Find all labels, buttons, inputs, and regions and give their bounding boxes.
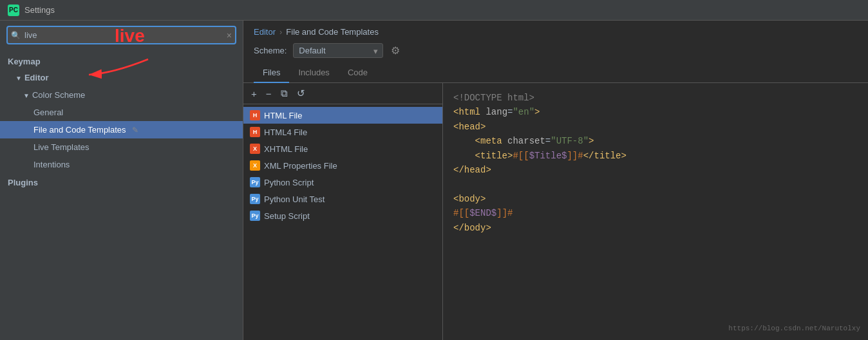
scheme-label: Scheme: bbox=[254, 46, 287, 55]
add-template-button[interactable]: + bbox=[249, 87, 259, 100]
file-item-html4[interactable]: H HTML4 File bbox=[243, 124, 442, 140]
code-line-6: </head> bbox=[453, 163, 858, 177]
file-item-setup-script[interactable]: Py Setup Script bbox=[243, 207, 442, 224]
code-line-7 bbox=[453, 177, 858, 191]
code-line-1: <!DOCTYPE html> bbox=[453, 91, 858, 105]
xml-file-icon: X bbox=[250, 160, 260, 171]
code-line-3: <head> bbox=[453, 120, 858, 134]
code-line-8: <body> bbox=[453, 192, 858, 206]
copy-template-button[interactable]: ⧉ bbox=[278, 86, 290, 100]
sidebar-item-intentions[interactable]: Intentions bbox=[0, 156, 243, 173]
title-bar: PC Settings bbox=[0, 0, 868, 21]
right-panel: Editor › File and Code Templates Scheme:… bbox=[243, 21, 868, 340]
watermark: https://blog.csdn.net/Narutolxy bbox=[728, 323, 860, 335]
file-item-label: HTML4 File bbox=[264, 128, 307, 137]
code-line-10: </body> bbox=[453, 221, 858, 235]
py-script-icon: Py bbox=[250, 177, 260, 187]
file-list-toolbar: + − ⧉ ↺ bbox=[243, 83, 442, 104]
scheme-select[interactable]: Default Project bbox=[293, 43, 383, 58]
xhtml-file-icon: X bbox=[250, 144, 260, 154]
sidebar-item-general[interactable]: General bbox=[0, 104, 243, 121]
code-line-9: #[[$END$]]# bbox=[453, 206, 858, 220]
file-item-label: Python Unit Test bbox=[264, 194, 325, 204]
search-box: 🔍 × bbox=[6, 26, 236, 44]
gear-button[interactable]: ⚙ bbox=[390, 43, 401, 58]
sidebar-item-editor[interactable]: ▼Editor bbox=[0, 69, 243, 86]
file-item-label: Setup Script bbox=[264, 211, 310, 221]
search-clear-icon[interactable]: × bbox=[227, 30, 232, 41]
file-item-python-unit-test[interactable]: Py Python Unit Test bbox=[243, 191, 442, 207]
edit-icon: ✎ bbox=[132, 126, 138, 135]
file-item-xhtml[interactable]: X XHTML File bbox=[243, 140, 442, 157]
file-list: H HTML File H HTML4 File X XHTML File X … bbox=[243, 104, 442, 340]
tabs-row: Files Includes Code bbox=[243, 63, 868, 83]
code-line-4: <meta charset="UTF-8"> bbox=[453, 134, 858, 148]
code-line-5: <title>#[[$Title$]]#</title> bbox=[453, 149, 858, 163]
file-item-label: XHTML File bbox=[264, 144, 308, 154]
sidebar-item-plugins[interactable]: Plugins bbox=[0, 173, 243, 190]
tab-files[interactable]: Files bbox=[254, 63, 289, 83]
breadcrumb-separator: › bbox=[279, 27, 282, 37]
reset-template-button[interactable]: ↺ bbox=[294, 86, 308, 100]
scheme-row: Scheme: Default Project ⚙ bbox=[243, 41, 868, 63]
title-text: Settings bbox=[24, 5, 55, 15]
expand-icon-color: ▼ bbox=[23, 92, 30, 99]
search-input[interactable] bbox=[6, 26, 236, 44]
code-editor[interactable]: <!DOCTYPE html> <html lang="en"> <head> … bbox=[443, 83, 868, 340]
app-icon: PC bbox=[8, 5, 19, 16]
file-item-html[interactable]: H HTML File bbox=[243, 107, 442, 124]
sidebar-item-live-templates[interactable]: Live Templates bbox=[0, 138, 243, 156]
file-editor-area: + − ⧉ ↺ H HTML File H HTML4 File X bbox=[243, 83, 868, 340]
sidebar: live 🔍 × Keymap ▼Editor ▼Color Sch bbox=[0, 21, 243, 340]
remove-template-button[interactable]: − bbox=[263, 87, 274, 100]
code-line-2: <html lang="en"> bbox=[453, 105, 858, 119]
tab-code[interactable]: Code bbox=[339, 63, 377, 83]
sidebar-nav: Keymap ▼Editor ▼Color Scheme General Fil… bbox=[0, 50, 243, 340]
sidebar-item-color-scheme[interactable]: ▼Color Scheme bbox=[0, 86, 243, 104]
expand-icon: ▼ bbox=[15, 75, 22, 82]
sidebar-item-keymap[interactable]: Keymap bbox=[0, 52, 243, 69]
breadcrumb-current: File and Code Templates bbox=[286, 27, 379, 37]
html-file-icon: H bbox=[250, 110, 260, 120]
file-item-label: HTML File bbox=[264, 111, 302, 120]
file-item-label: XML Properties File bbox=[264, 161, 337, 171]
file-item-python-script[interactable]: Py Python Script bbox=[243, 174, 442, 191]
tab-includes[interactable]: Includes bbox=[289, 63, 338, 83]
html4-file-icon: H bbox=[250, 127, 260, 137]
file-list-panel: + − ⧉ ↺ H HTML File H HTML4 File X bbox=[243, 83, 443, 340]
py-setup-icon: Py bbox=[250, 211, 260, 221]
file-item-xml[interactable]: X XML Properties File bbox=[243, 157, 442, 174]
scheme-select-wrap: Default Project bbox=[293, 43, 383, 58]
py-test-icon: Py bbox=[250, 194, 260, 204]
sidebar-item-file-and-code-templates[interactable]: File and Code Templates ✎ bbox=[0, 121, 243, 138]
search-icon: 🔍 bbox=[11, 31, 21, 40]
main-content: live 🔍 × Keymap ▼Editor ▼Color Sch bbox=[0, 21, 868, 340]
breadcrumb: Editor › File and Code Templates bbox=[243, 21, 868, 41]
file-item-label: Python Script bbox=[264, 178, 314, 187]
breadcrumb-link[interactable]: Editor bbox=[254, 27, 276, 37]
